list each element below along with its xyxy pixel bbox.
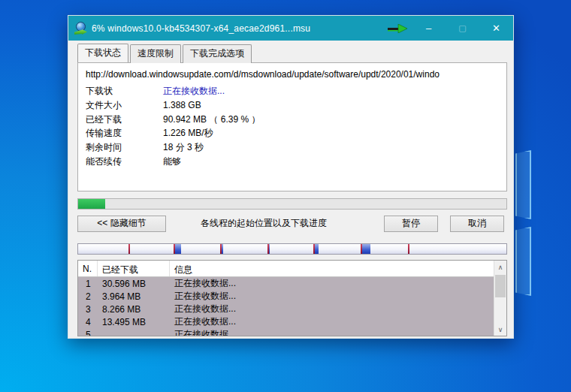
cell-downloaded: 3.964 MB [98,291,170,302]
toolbar: << 隐藏细节 各线程的起始位置以及下载进度 暂停 取消 [77,216,507,232]
cell-downloaded: 30.596 MB [98,279,170,289]
download-progress-window: 6% windows10.0-kb4534307-x64_aecae2d961.… [68,15,514,339]
thread-start-tick [174,244,175,255]
cell-info: 正在接收数据... [170,303,494,315]
cell-thread-number: 1 [78,279,98,289]
cell-thread-number: 5 [78,330,98,336]
overall-progress-bar [77,198,507,210]
table-row[interactable]: 3 8.266 MB 正在接收数据... [78,303,494,315]
cell-thread-number: 3 [78,304,98,315]
pause-button[interactable]: 暂停 [384,216,438,232]
scrollbar-thumb[interactable] [495,275,506,297]
download-url: http://download.windowsupdate.com/d/msdo… [86,69,500,80]
thread-progress-bar [77,243,507,255]
table-row[interactable]: 5 正在接收数据... [78,328,494,336]
column-header-downloaded[interactable]: 已经下载 [98,261,170,276]
cell-thread-number: 2 [78,291,98,302]
cell-downloaded: 8.266 MB [98,304,170,315]
table-scrollbar[interactable]: ∧ ∨ [494,261,506,336]
threads-table: N. 已经下载 信息 1 30.596 MB 正在接收数据... 2 3.964… [77,260,507,336]
column-header-n[interactable]: N. [78,261,98,276]
field-label-status: 下载状 [86,86,163,97]
table-row[interactable]: 4 13.495 MB 正在接收数据... [78,315,494,328]
field-label-file-size: 文件大小 [86,101,163,111]
cancel-button[interactable]: 取消 [450,216,504,232]
table-row[interactable]: 1 30.596 MB 正在接收数据... [78,277,494,290]
field-value-time-left: 18 分 3 秒 [163,143,204,153]
cell-info: 正在接收数据... [170,315,494,328]
field-label-resume-capability: 能否续传 [86,157,163,167]
thread-start-tick [128,244,130,255]
scrollbar-up-icon[interactable]: ∧ [494,261,506,273]
maximize-button[interactable]: ▢ [446,16,479,41]
wallpaper-logo-pane [515,227,531,296]
thread-start-tick [408,244,409,255]
thread-start-tick [220,244,222,255]
field-value-resume-capability: 能够 [163,157,181,167]
cell-thread-number: 4 [78,317,98,327]
column-header-info[interactable]: 信息 [170,261,494,276]
field-value-status: 正在接收数据... [163,86,225,97]
overall-progress-fill [78,199,105,209]
download-status-panel: http://download.windowsupdate.com/d/msdo… [77,62,507,191]
field-label-time-left: 剩余时间 [86,143,163,153]
threads-caption: 各线程的起始位置以及下载进度 [166,217,384,230]
titlebar[interactable]: 6% windows10.0-kb4534307-x64_aecae2d961.… [68,16,513,41]
table-body: 1 30.596 MB 正在接收数据... 2 3.964 MB 正在接收数据.… [78,277,494,336]
field-value-downloaded: 90.942 MB （ 6.39 % ） [163,115,260,125]
minimize-button[interactable]: – [412,16,446,41]
cell-info: 正在接收数据... [170,277,494,290]
hide-details-button[interactable]: << 隐藏细节 [77,216,166,232]
desktop: { "window": { "title": "6% windows10.0-k… [0,0,571,392]
cell-info: 正在接收数据... [170,328,494,336]
tab-bar: 下载状态 速度限制 下载完成选项 [77,44,513,62]
scrollbar-down-icon[interactable]: ∨ [494,323,506,336]
table-header: N. 已经下载 信息 [78,261,494,277]
thread-start-tick [313,244,315,255]
thread-start-tick [361,244,362,255]
tab-download-status[interactable]: 下载状态 [77,44,128,62]
wallpaper-logo-pane [515,150,531,219]
field-value-file-size: 1.388 GB [163,101,201,111]
tab-on-complete-options[interactable]: 下载完成选项 [183,44,252,63]
table-row[interactable]: 2 3.964 MB 正在接收数据... [78,290,494,303]
thread-start-tick [267,244,269,255]
close-button[interactable]: ✕ [479,16,513,41]
scrollbar-track[interactable] [494,273,506,323]
window-title: 6% windows10.0-kb4534307-x64_aecae2d961.… [92,23,310,34]
tab-speed-limit[interactable]: 速度限制 [130,44,181,63]
field-label-transfer-rate: 传输速度 [86,128,163,139]
green-arrow-icon [388,24,407,33]
idm-app-icon [74,22,87,35]
cell-info: 正在接收数据... [170,290,494,303]
cell-downloaded: 13.495 MB [98,317,170,327]
field-label-downloaded: 已经下载 [86,115,163,125]
field-value-transfer-rate: 1.226 MB/秒 [163,128,213,139]
